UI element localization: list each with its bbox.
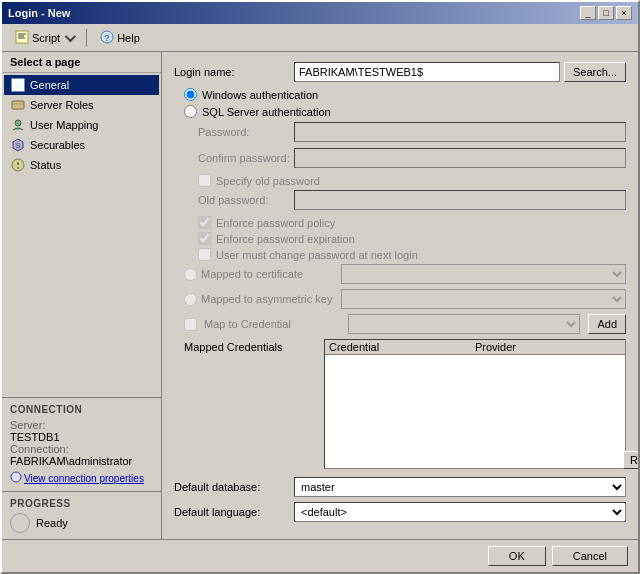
connection-server-value: TESTDB1	[10, 431, 153, 443]
user-mapping-icon	[10, 117, 26, 133]
mapped-to-certificate-select[interactable]	[341, 264, 626, 284]
view-connection-properties-link[interactable]: View connection properties	[10, 471, 153, 485]
right-panel: Login name: Search... Windows authentica…	[162, 52, 638, 539]
sidebar-item-securables[interactable]: S Securables	[4, 135, 159, 155]
help-icon: ?	[100, 30, 114, 46]
old-password-label: Old password:	[198, 194, 294, 206]
securables-icon: S	[10, 137, 26, 153]
window-title: Login - New	[8, 7, 70, 19]
svg-rect-0	[16, 31, 28, 43]
mapped-to-asymmetric-radio[interactable]	[184, 293, 197, 306]
mapped-to-asymmetric-label: Mapped to asymmetric key	[201, 293, 341, 305]
close-button[interactable]: ×	[616, 6, 632, 20]
script-button[interactable]: Script	[8, 27, 80, 49]
specify-old-password-label: Specify old password	[216, 175, 320, 187]
mapped-credentials-table: Credential Provider	[324, 339, 626, 469]
general-icon: G	[10, 77, 26, 93]
script-icon	[15, 30, 29, 46]
server-roles-icon	[10, 97, 26, 113]
mc-table-header: Credential Provider	[325, 340, 625, 355]
svg-rect-8	[12, 101, 24, 109]
enforce-policy-label: Enforce password policy	[216, 217, 335, 229]
svg-point-10	[15, 120, 21, 126]
mapped-to-certificate-label: Mapped to certificate	[201, 268, 341, 280]
connection-header: Connection	[10, 404, 153, 415]
sql-auth-label: SQL Server authentication	[202, 106, 331, 118]
nav-items: G General Server Roles User Mapping	[2, 73, 161, 177]
maximize-button[interactable]: □	[598, 6, 614, 20]
login-name-row: Login name: Search...	[174, 62, 626, 82]
remove-credential-button[interactable]: Remove	[623, 451, 638, 469]
old-password-input[interactable]	[294, 190, 626, 210]
enforce-expiration-label: Enforce password expiration	[216, 233, 355, 245]
confirm-password-label: Confirm password:	[198, 152, 294, 164]
sql-auth-radio[interactable]	[184, 105, 197, 118]
mapped-to-certificate-row: Mapped to certificate	[184, 264, 626, 284]
mapped-credentials-label: Mapped Credentials	[184, 339, 324, 353]
sidebar-item-server-roles[interactable]: Server Roles	[4, 95, 159, 115]
mapped-to-certificate-radio[interactable]	[184, 268, 197, 281]
password-label: Password:	[198, 126, 294, 138]
map-to-credential-checkbox[interactable]	[184, 318, 197, 331]
password-input[interactable]	[294, 122, 626, 142]
default-database-select[interactable]: master	[294, 477, 626, 497]
progress-panel: Progress Ready	[2, 491, 161, 539]
windows-auth-label: Windows authentication	[202, 89, 318, 101]
sidebar-item-general-label: General	[30, 79, 69, 91]
sidebar-item-user-mapping[interactable]: User Mapping	[4, 115, 159, 135]
default-language-label: Default language:	[174, 506, 294, 518]
sidebar-item-server-roles-label: Server Roles	[30, 99, 94, 111]
add-credential-button[interactable]: Add	[588, 314, 626, 334]
confirm-password-input[interactable]	[294, 148, 626, 168]
svg-text:?: ?	[104, 33, 110, 43]
ok-button[interactable]: OK	[488, 546, 546, 566]
minimize-button[interactable]: _	[580, 6, 596, 20]
default-language-select[interactable]: <default>	[294, 502, 626, 522]
user-must-change-checkbox[interactable]	[198, 248, 211, 261]
mapped-credentials-section: Mapped Credentials Credential Provider R…	[184, 339, 626, 469]
map-to-credential-row: Map to Credential Add	[184, 314, 626, 334]
enforce-expiration-row: Enforce password expiration	[198, 232, 626, 245]
help-button[interactable]: ? Help	[93, 27, 147, 49]
enforce-expiration-checkbox[interactable]	[198, 232, 211, 245]
left-panel: Select a page G General Server Roles	[2, 52, 162, 539]
specify-old-password-checkbox[interactable]	[198, 174, 211, 187]
title-bar: Login - New _ □ ×	[2, 2, 638, 24]
main-content: Select a page G General Server Roles	[2, 52, 638, 539]
script-label: Script	[32, 32, 60, 44]
login-name-input[interactable]	[294, 62, 560, 82]
default-language-row: Default language: <default>	[174, 502, 626, 522]
cancel-button[interactable]: Cancel	[552, 546, 628, 566]
specify-old-password-row: Specify old password	[198, 174, 626, 187]
sidebar-item-general[interactable]: G General	[4, 75, 159, 95]
map-to-credential-select[interactable]	[348, 314, 580, 334]
link-icon	[10, 471, 22, 485]
progress-spinner-icon	[10, 513, 30, 533]
sidebar-item-securables-label: Securables	[30, 139, 85, 151]
user-must-change-row: User must change password at next login	[198, 248, 626, 261]
password-row: Password:	[198, 122, 626, 142]
svg-text:G: G	[15, 81, 21, 90]
script-chevron-icon	[65, 30, 76, 41]
svg-point-15	[11, 472, 21, 482]
connection-connection-value: FABRIKAM\administrator	[10, 455, 153, 467]
mapped-credentials-table-container: Credential Provider Remove	[324, 339, 626, 469]
progress-status-text: Ready	[36, 517, 68, 529]
mc-table-body[interactable]	[325, 355, 625, 465]
connection-server-label: Server:	[10, 419, 153, 431]
old-password-row: Old password:	[198, 190, 626, 210]
sidebar-item-status[interactable]: Status	[4, 155, 159, 175]
footer: OK Cancel	[2, 539, 638, 572]
default-database-label: Default database:	[174, 481, 294, 493]
default-database-row: Default database: master	[174, 477, 626, 497]
mapped-to-asymmetric-select[interactable]	[341, 289, 626, 309]
mc-credential-column-header: Credential	[329, 341, 475, 353]
windows-auth-radio[interactable]	[184, 88, 197, 101]
confirm-password-row: Confirm password:	[198, 148, 626, 168]
search-button[interactable]: Search...	[564, 62, 626, 82]
mc-provider-column-header: Provider	[475, 341, 621, 353]
enforce-policy-checkbox[interactable]	[198, 216, 211, 229]
svg-text:S: S	[16, 142, 21, 149]
progress-status: Ready	[10, 513, 153, 533]
select-page-header: Select a page	[2, 52, 161, 73]
